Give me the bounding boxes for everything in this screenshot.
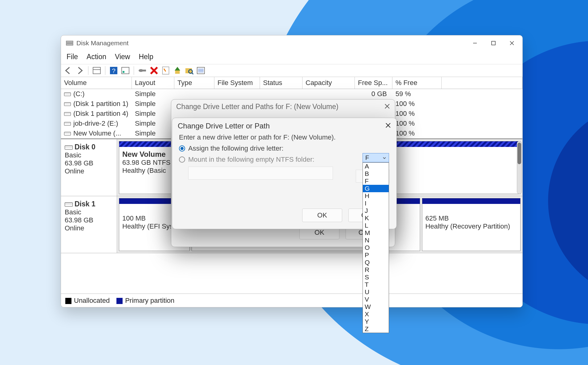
drive-letter-option[interactable]: X bbox=[363, 310, 389, 318]
drive-letter-option[interactable]: J bbox=[363, 207, 389, 214]
drive-letter-option[interactable]: W bbox=[363, 303, 389, 310]
close-icon[interactable] bbox=[385, 123, 391, 130]
svg-line-20 bbox=[192, 73, 193, 75]
volume-table-header: Volume Layout Type File System Status Ca… bbox=[61, 77, 522, 89]
col-status[interactable]: Status bbox=[260, 77, 302, 89]
combo-selected-value: F bbox=[365, 154, 369, 161]
drive-icon bbox=[64, 132, 71, 136]
svg-rect-13 bbox=[142, 70, 146, 71]
forward-button[interactable] bbox=[75, 66, 84, 75]
app-icon bbox=[66, 40, 73, 47]
disk-icon bbox=[65, 145, 73, 150]
properties-icon[interactable] bbox=[161, 66, 170, 75]
col-filesystem[interactable]: File System bbox=[214, 77, 260, 89]
svg-rect-11 bbox=[123, 71, 124, 73]
drive-letter-option[interactable]: I bbox=[363, 200, 389, 207]
show-hide-console-button[interactable] bbox=[92, 66, 101, 75]
menubar: File Action View Help bbox=[61, 51, 522, 64]
dialog-title: Change Drive Letter and Paths for F: (Ne… bbox=[176, 103, 339, 111]
svg-rect-3 bbox=[492, 41, 495, 45]
legend-swatch-unallocated bbox=[65, 298, 71, 304]
drive-letter-option[interactable]: R bbox=[363, 266, 389, 274]
col-capacity[interactable]: Capacity bbox=[302, 77, 355, 89]
close-icon[interactable] bbox=[384, 103, 390, 111]
search-icon[interactable] bbox=[185, 66, 194, 75]
svg-rect-6 bbox=[93, 67, 100, 74]
svg-rect-16 bbox=[163, 67, 169, 74]
drive-icon bbox=[64, 92, 71, 96]
svg-text:?: ? bbox=[112, 67, 116, 74]
col-pctfree[interactable]: % Free bbox=[392, 77, 442, 89]
drive-icon bbox=[64, 122, 71, 126]
menu-file[interactable]: File bbox=[67, 53, 78, 61]
drive-letter-dropdown[interactable]: ABFGHIJKLMNOPQRSTUVWXYZ bbox=[363, 162, 389, 333]
disk-label[interactable]: Disk 1 Basic 63.98 GB Online bbox=[61, 196, 117, 253]
ok-button[interactable]: OK bbox=[302, 209, 342, 222]
dialog-title: Change Drive Letter or Path bbox=[178, 122, 270, 130]
drive-icon bbox=[64, 102, 71, 106]
col-volume[interactable]: Volume bbox=[61, 77, 132, 89]
back-button[interactable] bbox=[63, 66, 73, 75]
delete-icon[interactable] bbox=[149, 66, 159, 75]
partition[interactable]: 625 MB Healthy (Recovery Partition) bbox=[422, 198, 521, 251]
drive-letter-option[interactable]: H bbox=[363, 192, 389, 200]
drive-letter-option[interactable]: M bbox=[363, 229, 389, 237]
connect-icon[interactable] bbox=[138, 66, 147, 75]
radio-unselected-icon bbox=[179, 156, 185, 163]
mount-path-input bbox=[188, 167, 333, 180]
chevron-down-icon bbox=[383, 154, 386, 161]
radio-selected-icon bbox=[179, 145, 185, 152]
table-row[interactable]: (C:) Simple 0 GB 59 % bbox=[61, 89, 522, 99]
col-type[interactable]: Type bbox=[174, 77, 214, 89]
up-arrow-icon[interactable] bbox=[173, 66, 182, 75]
maximize-button[interactable] bbox=[484, 36, 503, 50]
drive-letter-option[interactable]: Y bbox=[363, 318, 389, 325]
col-free[interactable]: Free Sp... bbox=[355, 77, 392, 89]
menu-help[interactable]: Help bbox=[139, 53, 153, 61]
drive-letter-option[interactable]: N bbox=[363, 237, 389, 244]
drive-letter-option[interactable]: Q bbox=[363, 259, 389, 266]
list-icon[interactable] bbox=[196, 66, 205, 75]
help-button[interactable]: ? bbox=[109, 66, 118, 75]
drive-letter-option[interactable]: P bbox=[363, 251, 389, 259]
drive-icon bbox=[64, 112, 71, 116]
disk-icon bbox=[65, 202, 73, 207]
svg-rect-0 bbox=[66, 41, 73, 43]
window-title: Disk Management bbox=[76, 39, 128, 47]
drive-letter-option[interactable]: L bbox=[363, 222, 389, 229]
legend-swatch-primary bbox=[116, 298, 123, 304]
svg-rect-1 bbox=[66, 43, 73, 45]
drive-letter-option[interactable]: K bbox=[363, 214, 389, 222]
drive-letter-option[interactable]: T bbox=[363, 281, 389, 288]
drive-letter-option[interactable]: A bbox=[363, 163, 389, 170]
drive-letter-option[interactable]: S bbox=[363, 274, 389, 281]
menu-view[interactable]: View bbox=[115, 53, 130, 61]
minimize-button[interactable] bbox=[466, 36, 484, 50]
drive-letter-option[interactable]: G bbox=[363, 185, 389, 192]
svg-rect-17 bbox=[175, 71, 180, 74]
disk-label[interactable]: Disk 0 Basic 63.98 GB Online bbox=[61, 139, 117, 196]
menu-action[interactable]: Action bbox=[87, 53, 106, 61]
close-button[interactable] bbox=[503, 36, 521, 50]
toolbar: ? bbox=[61, 64, 522, 77]
legend: Unallocated Primary partition bbox=[61, 294, 522, 307]
drive-letter-option[interactable]: O bbox=[363, 244, 389, 251]
drive-letter-option[interactable]: Z bbox=[363, 325, 389, 333]
drive-letter-option[interactable]: U bbox=[363, 288, 389, 296]
disk-scrollbar[interactable] bbox=[517, 141, 522, 194]
col-layout[interactable]: Layout bbox=[132, 77, 174, 89]
dialog-prompt: Enter a new drive letter or path for F: … bbox=[179, 133, 390, 141]
option-assign-letter[interactable]: Assign the following drive letter: bbox=[179, 144, 390, 152]
drive-letter-option[interactable]: F bbox=[363, 177, 389, 185]
titlebar: Disk Management bbox=[61, 35, 522, 51]
drive-letter-option[interactable]: B bbox=[363, 170, 389, 177]
settings-button[interactable] bbox=[121, 66, 130, 75]
drive-letter-option[interactable]: V bbox=[363, 296, 389, 303]
drive-letter-combo[interactable]: F bbox=[363, 153, 389, 162]
option-mount-folder[interactable]: Mount in the following empty NTFS folder… bbox=[179, 156, 390, 164]
